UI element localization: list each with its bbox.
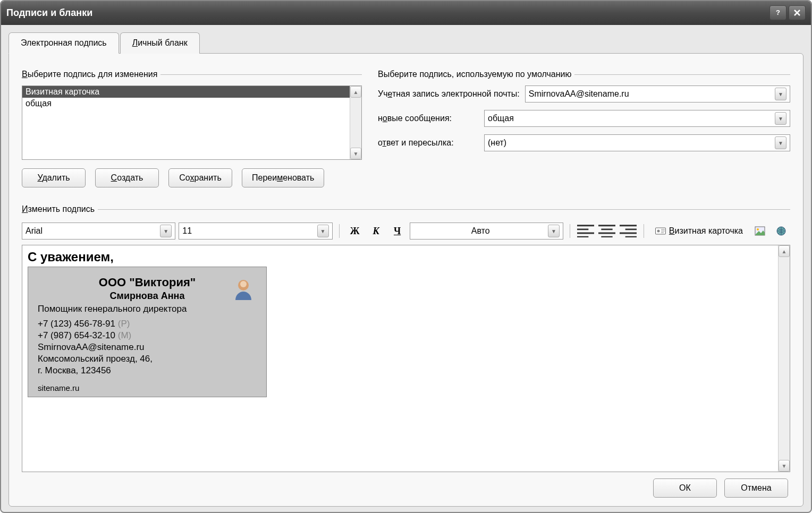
business-card-label: Визитная карточка (669, 226, 743, 236)
new-messages-combo[interactable]: общая ▼ (484, 110, 790, 127)
save-button[interactable]: Сохранить (168, 168, 232, 187)
account-combo[interactable]: SmirnovaAA@sitename.ru ▼ (525, 85, 790, 102)
align-center-icon (598, 225, 615, 238)
default-signature-legend: Выберите подпись, используемую по умолча… (378, 70, 571, 79)
editor-scrollbar[interactable]: ▲ ▼ (778, 245, 790, 472)
card-phone-mobile: +7 (987) 654-32-10 (М) (38, 330, 257, 341)
svg-point-2 (657, 230, 659, 233)
align-right-icon (620, 225, 637, 238)
account-label: Учетная запись электронной почты: (378, 89, 520, 99)
scroll-track[interactable] (779, 257, 790, 460)
titlebar-buttons: ? (769, 5, 806, 20)
tab-strip: Электронная подпись Личный бланк (9, 32, 803, 54)
insert-hyperlink-button[interactable] (772, 223, 790, 239)
reply-forward-combo[interactable]: (нет) ▼ (484, 134, 790, 151)
editor-content: С уважением, ООО "Виктория" Смирнова Анн… (22, 245, 778, 472)
list-item[interactable]: Визитная карточка (22, 86, 350, 98)
cancel-button[interactable]: Отмена (724, 478, 788, 498)
separator (644, 224, 644, 238)
signature-editor[interactable]: С уважением, ООО "Виктория" Смирнова Анн… (22, 245, 790, 472)
card-website: sitename.ru (38, 383, 257, 392)
align-center-button[interactable] (598, 223, 616, 239)
new-messages-label: новые сообщения: (378, 114, 479, 123)
divider (160, 74, 362, 75)
dialog-footer: ОК Отмена (22, 472, 790, 499)
font-size-value: 11 (182, 226, 317, 236)
chevron-down-icon: ▼ (775, 112, 786, 125)
scroll-down-button[interactable]: ▼ (779, 460, 790, 472)
divider (98, 209, 790, 210)
font-combo[interactable]: Arial ▼ (22, 223, 175, 240)
edit-signature-legend: Изменить подпись (22, 204, 95, 214)
default-signature-group: Выберите подпись, используемую по умолча… (378, 64, 790, 187)
separator (339, 224, 340, 238)
ok-button[interactable]: ОК (653, 478, 717, 498)
signature-listbox[interactable]: Визитная карточка общая ▲ ▼ (22, 85, 362, 160)
phone1: +7 (123) 456-78-91 (38, 319, 115, 329)
help-icon: ? (774, 8, 782, 17)
business-card-icon (655, 226, 666, 236)
reply-forward-label: ответ и пересылка: (378, 138, 479, 148)
separator (570, 224, 570, 238)
tab-stationery-accel: Л (132, 38, 138, 47)
italic-button[interactable]: К (367, 223, 385, 239)
list-content: Визитная карточка общая (22, 86, 350, 159)
signature-select-group: Выберите подпись для изменения Визитная … (22, 64, 362, 187)
phone2: +7 (987) 654-32-10 (38, 330, 115, 340)
align-right-button[interactable] (619, 223, 637, 239)
business-card-preview: ООО "Виктория" Смирнова Анна Помощник ге… (28, 267, 267, 397)
business-card-button[interactable]: Визитная карточка (650, 223, 748, 239)
help-button[interactable]: ? (769, 5, 786, 20)
top-row: Выберите подпись для изменения Визитная … (22, 64, 790, 187)
scroll-up-button[interactable]: ▲ (350, 86, 361, 98)
font-color-value: Авто (413, 226, 548, 236)
divider (574, 74, 790, 75)
underline-button[interactable]: Ч (388, 223, 407, 239)
close-icon (793, 8, 801, 17)
bold-button[interactable]: Ж (346, 223, 364, 239)
signature-select-legend: Выберите подпись для изменения (22, 70, 157, 79)
reply-forward-value: (нет) (488, 138, 775, 148)
chevron-down-icon: ▼ (548, 225, 560, 237)
dialog: Подписи и бланки ? Электронная подпись Л… (0, 0, 812, 513)
phone2-tag: (М) (118, 330, 131, 340)
align-left-button[interactable] (577, 223, 595, 239)
content: Электронная подпись Личный бланк Выберит… (1, 25, 811, 512)
chevron-down-icon: ▼ (160, 225, 172, 237)
default-fields: Учетная запись электронной почты: Smirno… (378, 85, 790, 151)
signature-buttons: Удалить Создать Сохранить Переименовать (22, 168, 362, 187)
chevron-down-icon: ▼ (775, 136, 786, 149)
font-size-combo[interactable]: 11 ▼ (179, 223, 332, 240)
insert-picture-button[interactable] (751, 223, 769, 239)
svg-point-7 (240, 281, 247, 287)
card-addr1: Комсомольский проезд, 46, (38, 354, 257, 364)
card-phone-work: +7 (123) 456-78-91 (Р) (38, 319, 257, 329)
tab-signature-label: Электронная подпись (21, 38, 107, 47)
scroll-up-button[interactable]: ▲ (779, 245, 790, 257)
format-toolbar: Arial ▼ 11 ▼ Ж К Ч Авто ▼ (22, 220, 790, 245)
edit-signature-group: Изменить подпись Arial ▼ 11 ▼ Ж К (22, 199, 790, 472)
phone1-tag: (Р) (118, 319, 130, 329)
close-button[interactable] (789, 5, 806, 20)
card-company: ООО "Виктория" (38, 276, 257, 289)
delete-button[interactable]: Удалить (22, 168, 86, 187)
font-color-combo[interactable]: Авто ▼ (410, 223, 563, 240)
create-button[interactable]: Создать (95, 168, 159, 187)
tab-stationery[interactable]: Личный бланк (120, 32, 200, 54)
hyperlink-icon (776, 226, 786, 236)
chevron-down-icon: ▼ (317, 225, 329, 237)
greeting-text: С уважением, (28, 250, 773, 264)
svg-text:?: ? (776, 8, 780, 16)
card-person: Смирнова Анна (38, 290, 257, 302)
scroll-down-button[interactable]: ▼ (350, 148, 361, 159)
picture-icon (755, 226, 765, 236)
svg-point-4 (757, 228, 759, 230)
contact-icon (231, 277, 256, 301)
panel: Выберите подпись для изменения Визитная … (9, 53, 803, 507)
tab-signature[interactable]: Электронная подпись (9, 32, 119, 54)
card-jobtitle: Помощник генерального директора (38, 304, 257, 314)
scrollbar[interactable]: ▲ ▼ (350, 86, 361, 159)
rename-button[interactable]: Переименовать (242, 168, 324, 187)
titlebar: Подписи и бланки ? (1, 1, 811, 25)
list-item[interactable]: общая (22, 98, 350, 109)
